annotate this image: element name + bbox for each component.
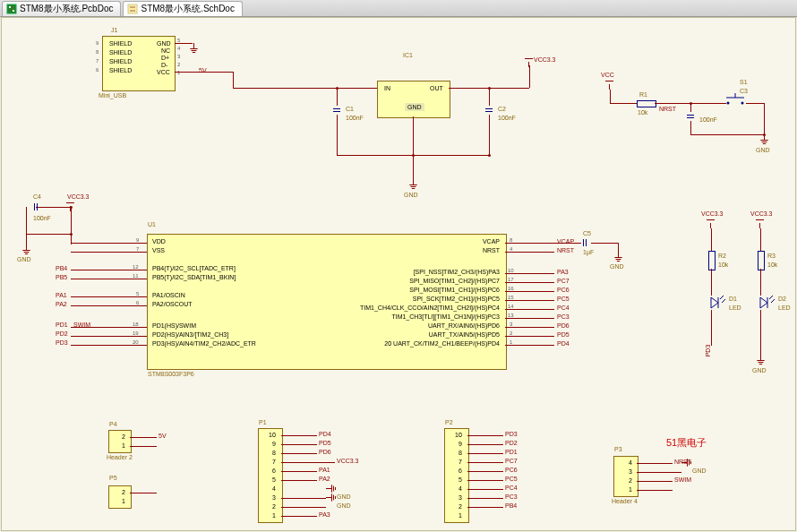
svg-line-17 (771, 299, 775, 303)
gnd-lbl: GND (404, 192, 418, 198)
wire (130, 493, 157, 493)
wire (637, 463, 673, 464)
cap-c1 (333, 106, 340, 115)
svg-rect-1 (9, 6, 11, 8)
ref: C5 (583, 230, 591, 236)
res-r1 (637, 100, 656, 107)
net: PD3 (505, 431, 518, 437)
gnd-lbl: GND (337, 502, 351, 509)
wire (637, 490, 673, 491)
tab-sch[interactable]: STM8最小系统.SchDoc (123, 1, 242, 16)
pin-name: VDD (152, 238, 166, 245)
wire (637, 481, 673, 482)
wire (711, 228, 712, 251)
net: PD1 (56, 322, 68, 328)
net: PD1 (505, 449, 518, 455)
ref: C2 (498, 106, 506, 112)
pin-num: 7 (272, 459, 276, 465)
wire (760, 269, 761, 296)
wire (690, 121, 691, 134)
pin-name: [SPI_NSS]TIM2_CH3/(HS)PA3 (414, 269, 500, 275)
svg-line-12 (720, 296, 724, 299)
pin-num: 4 (629, 459, 632, 466)
net: PC3 (557, 313, 570, 320)
pin-num: 3 (458, 494, 462, 501)
wire (467, 444, 503, 445)
pin-num: 6 (96, 67, 99, 73)
net: PD6 (557, 322, 570, 329)
val: 100nF (346, 115, 364, 121)
net: PA1 (319, 467, 330, 473)
pin-name: TIM1_CH3[TLI][TIM1_CH1N]/(HS)PC3 (391, 313, 500, 320)
val: 100nF (699, 116, 717, 123)
net: NRST (659, 106, 676, 112)
part-p4[interactable] (108, 430, 132, 453)
val: 10k (638, 109, 647, 116)
net: PA3 (557, 269, 569, 275)
tab-pcb[interactable]: STM8最小系统.PcbDoc (2, 1, 121, 16)
pcb-icon (6, 4, 17, 14)
part-p1[interactable] (258, 428, 283, 523)
wire (337, 88, 338, 106)
wire (505, 243, 554, 244)
cap-c2 (485, 106, 493, 115)
vcc-symbol (756, 219, 765, 228)
ref: S1 (740, 79, 748, 85)
net: PA2 (56, 301, 67, 307)
wire (26, 234, 27, 245)
junction (412, 154, 415, 157)
wire (71, 279, 147, 279)
schematic-sheet[interactable]: J1 SHIELD SHIELD SHIELD SHIELD GND NC D+… (1, 17, 796, 531)
pin-num: 1 (629, 486, 632, 493)
wire (71, 207, 72, 243)
svg-line-13 (722, 299, 725, 303)
pin-num: 7 (458, 459, 462, 465)
pin-num: 4 (272, 485, 276, 492)
ref: P1 (259, 419, 267, 425)
vcc-symbol (525, 58, 534, 67)
wire (505, 318, 554, 319)
wire (467, 453, 503, 454)
gnd-lbl: GND (756, 147, 770, 153)
wire (281, 480, 317, 481)
pin-name: 20 UART_CK/TIM2_CH1/BEEP/(HS)PD4 (384, 340, 500, 347)
ref: P3 (614, 446, 622, 452)
pin-lbl: IN (384, 85, 390, 91)
pin-num: 8 (272, 450, 276, 456)
wire (467, 480, 503, 481)
pin-lbl: GND (157, 40, 171, 47)
wire (281, 435, 317, 436)
part-p5[interactable] (108, 485, 132, 509)
junction (488, 154, 491, 157)
wire (71, 243, 147, 244)
net: PC4 (505, 485, 518, 491)
vcc-symbol (707, 219, 716, 228)
wire (711, 310, 712, 346)
net: PA2 (319, 476, 330, 482)
wire (281, 471, 317, 472)
pin-num: 1 (122, 442, 125, 449)
wire (655, 103, 690, 104)
wire (233, 88, 377, 89)
wire (637, 472, 681, 473)
svg-line-16 (769, 296, 773, 299)
wire (764, 103, 765, 134)
schematic-viewport: STM8最小系统.PcbDoc STM8最小系统.SchDoc J1 SHIEL… (0, 0, 797, 532)
net: PA3 (319, 511, 330, 518)
val: LED (778, 305, 791, 311)
type: Header 4 (612, 498, 638, 504)
part-p3[interactable] (613, 456, 638, 497)
pin-lbl: D- (161, 62, 167, 68)
pin-lbl: VCC (157, 69, 170, 75)
wire (71, 270, 147, 270)
wire (71, 345, 147, 346)
watermark: 51黑电子 (666, 436, 707, 450)
pin-num: 3 (629, 468, 632, 475)
part-p2[interactable] (444, 428, 469, 523)
net: PC4 (557, 305, 570, 311)
wire (175, 72, 197, 73)
part-u1[interactable] (147, 234, 507, 370)
wire (505, 282, 554, 283)
wire (71, 296, 147, 297)
net: PB4 (505, 502, 517, 509)
